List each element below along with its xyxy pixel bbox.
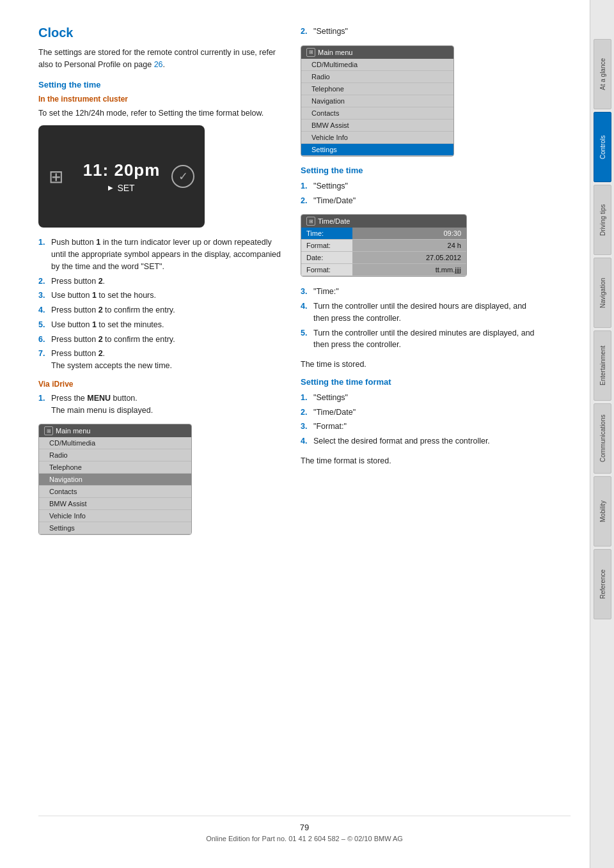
list-item: 2. Press button 2. [38, 275, 281, 288]
menu-item: Contacts [39, 486, 191, 498]
menu-item: Navigation [301, 95, 453, 107]
timedate-row-format1: Format: 24 h [301, 240, 466, 252]
step7-subtext: The system accepts the new time. [51, 361, 172, 370]
menu-header-1: ⊞ Main menu [39, 424, 191, 437]
instrument-cluster-text: To set the 12h/24h mode, refer to Settin… [38, 107, 281, 120]
list-item: 6. Press button 2 to confirm the entry. [38, 334, 281, 346]
menu-header-icon-2: ⊞ [306, 48, 315, 57]
timedate-row-format2: Format: tt.mm.jjjj [301, 264, 466, 276]
menu-title-1: Main menu [56, 427, 90, 435]
menu-title-2: Main menu [318, 49, 352, 56]
menu-item: Navigation [39, 474, 191, 486]
page-title: Clock [38, 26, 281, 40]
menu-item: CD/Multimedia [39, 437, 191, 449]
menu-item: Settings [39, 522, 191, 534]
timedate-icon: ⊞ [306, 217, 315, 226]
menu-item: Radio [39, 449, 191, 461]
intro-paragraph: The settings are stored for the remote c… [38, 47, 281, 71]
menu-item: Contacts [301, 107, 453, 120]
list-item: 4. Select the desired format and press t… [301, 435, 544, 447]
instrument-cluster-heading: In the instrument cluster [38, 95, 281, 104]
list-item: 5. Turn the controller until the desired… [301, 327, 544, 352]
sidebar: At a glance Controls Driving tips Naviga… [590, 0, 614, 868]
menu-item: Telephone [301, 83, 453, 95]
setting-time-right-heading: Setting the time [301, 166, 544, 175]
left-steps-list: 1. Push button 1 in the turn indicator l… [38, 236, 281, 372]
page-footer: 79 Online Edition for Part no. 01 41 2 6… [38, 816, 571, 842]
step1-subtext: The main menu is displayed. [51, 406, 153, 415]
setting-time-format-heading: Setting the time format [301, 377, 544, 387]
sidebar-tab-communications[interactable]: Communications [594, 403, 611, 474]
timedate-header: ⊞ Time/Date [301, 215, 466, 228]
timedate-row-date: Date: 27.05.2012 [301, 252, 466, 264]
list-item: 2. "Time/Date" [301, 407, 544, 419]
via-idrive-heading: Via iDrive [38, 380, 281, 389]
sidebar-tab-entertainment[interactable]: Entertainment [594, 330, 611, 401]
menu-item: CD/Multimedia [301, 59, 453, 71]
time-stored-text: The time is stored. [301, 359, 544, 371]
right-setting-time-steps: 1. "Settings" 2. "Time/Date" [301, 180, 544, 207]
cluster-time-display: 11: 20pm [83, 160, 161, 180]
list-item: 7. Press button 2. The system accepts th… [38, 348, 281, 372]
cluster-display-image: ⊞ 11: 20pm SET ✓ [38, 125, 205, 228]
list-item: 1. "Settings" [301, 392, 544, 404]
menu-item-selected: Settings [301, 144, 453, 156]
via-idrive-list: 1. Press the MENU button. The main menu … [38, 392, 281, 417]
cluster-left-icon: ⊞ [49, 166, 63, 187]
sidebar-tab-at-a-glance[interactable]: At a glance [594, 39, 611, 109]
menu-header-icon: ⊞ [44, 426, 53, 435]
timedate-image: ⊞ Time/Date Time: 09:30 Format: 24 h Dat… [301, 214, 467, 277]
list-item: 1. Push button 1 in the turn indicator l… [38, 236, 281, 272]
time-format-stored-text: The time format is stored. [301, 455, 544, 467]
list-item: 4. Turn the controller until the desired… [301, 300, 544, 325]
menu-item: BMW Assist [39, 498, 191, 510]
setting-time-heading: Setting the time [38, 80, 281, 89]
sidebar-tab-mobility[interactable]: Mobility [594, 476, 611, 546]
menu-item: Vehicle Info [39, 510, 191, 522]
right-format-steps: 1. "Settings" 2. "Time/Date" 3. "Format:… [301, 392, 544, 447]
list-item: 3. "Time:" [301, 286, 544, 298]
sidebar-tab-navigation[interactable]: Navigation [594, 258, 611, 328]
list-item: 3. "Format:" [301, 421, 544, 433]
main-menu-image-2: ⊞ Main menu CD/Multimedia Radio Telephon… [301, 45, 454, 157]
menu-header-2: ⊞ Main menu [301, 46, 453, 59]
sidebar-tab-controls[interactable]: Controls [594, 112, 611, 182]
menu-item: BMW Assist [301, 120, 453, 132]
right-top-steps: 2. "Settings" [301, 26, 544, 38]
page-link[interactable]: 26 [154, 60, 163, 69]
main-menu-image-1: ⊞ Main menu CD/Multimedia Radio Telephon… [38, 424, 192, 535]
cluster-set-label: SET [108, 183, 134, 193]
footer-text: Online Edition for Part no. 01 41 2 604 … [38, 835, 571, 842]
menu-item: Telephone [39, 461, 191, 474]
right-mid-steps: 3. "Time:" 4. Turn the controller until … [301, 286, 544, 351]
page-number: 79 [38, 823, 571, 832]
list-item: 5. Use button 1 to set the minutes. [38, 319, 281, 331]
menu-item: Radio [301, 71, 453, 83]
sidebar-tab-reference[interactable]: Reference [594, 549, 611, 619]
list-item: 1. "Settings" [301, 180, 544, 192]
timedate-title: Time/Date [318, 217, 350, 225]
list-item: 4. Press button 2 to confirm the entry. [38, 304, 281, 316]
list-item: 2. "Settings" [301, 26, 544, 38]
sidebar-tab-driving-tips[interactable]: Driving tips [594, 185, 611, 255]
timedate-row-time: Time: 09:30 [301, 228, 466, 240]
menu-item: Vehicle Info [301, 132, 453, 144]
cluster-right-icon: ✓ [171, 165, 194, 188]
list-item: 2. "Time/Date" [301, 195, 544, 207]
list-item: 1. Press the MENU button. The main menu … [38, 392, 281, 417]
list-item: 3. Use button 1 to set the hours. [38, 290, 281, 302]
